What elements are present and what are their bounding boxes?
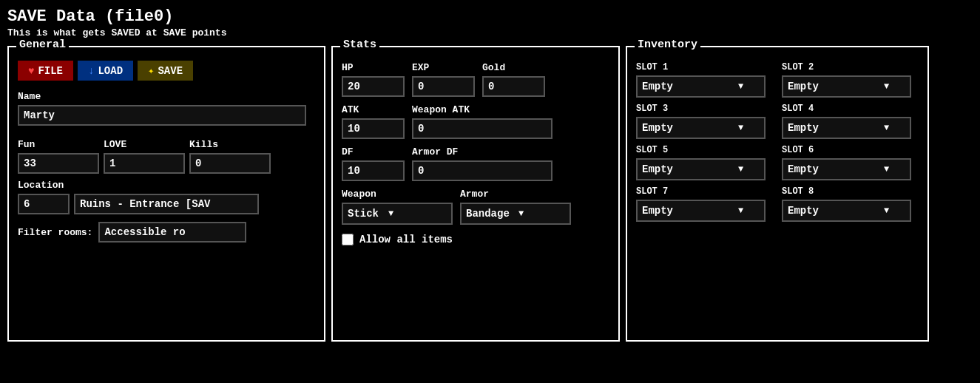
load-button-label: LOAD: [98, 65, 123, 77]
file-button[interactable]: ♥ FILE: [18, 61, 73, 81]
df-label: DF: [342, 146, 405, 157]
inventory-slot-4: SLOT 4Empty▼: [782, 104, 919, 139]
slot-5-label: SLOT 5: [636, 145, 773, 155]
name-input[interactable]: [18, 105, 306, 126]
slot-4-chevron-icon: ▼: [879, 123, 893, 133]
slot-5-chevron-icon: ▼: [734, 164, 748, 174]
armor-df-input[interactable]: [412, 160, 552, 181]
gold-input[interactable]: [482, 76, 545, 97]
slot-2-select[interactable]: Empty: [783, 77, 879, 96]
weapon-select[interactable]: Stick: [343, 204, 384, 223]
slot-1-select[interactable]: Empty: [638, 77, 734, 96]
atk-label: ATK: [342, 104, 405, 115]
inventory-slot-3: SLOT 3Empty▼: [636, 104, 773, 139]
slot-1-label: SLOT 1: [636, 62, 773, 72]
armor-label: Armor: [460, 189, 571, 200]
weapon-atk-input[interactable]: [412, 118, 552, 139]
love-label: LOVE: [104, 139, 185, 150]
weapon-atk-label: Weapon ATK: [412, 104, 609, 115]
armor-chevron-icon: ▼: [514, 209, 528, 219]
slot-1-select-wrap[interactable]: Empty▼: [636, 75, 766, 98]
slot-1-chevron-icon: ▼: [734, 81, 748, 92]
filter-rooms-input[interactable]: [98, 222, 246, 243]
inventory-slot-8: SLOT 8Empty▼: [782, 186, 919, 222]
stats-panel-label: Stats: [340, 38, 379, 51]
slot-6-chevron-icon: ▼: [879, 164, 893, 174]
exp-input[interactable]: [412, 76, 475, 97]
weapon-select-wrap[interactable]: Stick ▼: [342, 203, 453, 225]
page-title: SAVE Data (file0): [7, 7, 973, 26]
slot-3-select[interactable]: Empty: [638, 118, 734, 138]
armor-df-label: Armor DF: [412, 146, 609, 157]
heart-icon: ♥: [28, 65, 34, 77]
slot-8-label: SLOT 8: [782, 186, 919, 197]
slot-7-select-wrap[interactable]: Empty▼: [636, 200, 766, 222]
slot-8-chevron-icon: ▼: [879, 206, 893, 216]
hp-label: HP: [342, 62, 405, 73]
slot-3-label: SLOT 3: [636, 104, 773, 114]
slot-4-select[interactable]: Empty: [783, 118, 879, 138]
slot-7-label: SLOT 7: [636, 186, 773, 197]
kills-label: Kills: [189, 139, 271, 150]
load-button[interactable]: ↓ LOAD: [78, 61, 133, 81]
armor-select-wrap[interactable]: Bandage ▼: [460, 203, 571, 225]
inventory-slot-5: SLOT 5Empty▼: [636, 145, 773, 180]
allow-all-items-label: Allow all items: [359, 234, 453, 245]
fun-input[interactable]: [18, 153, 99, 174]
df-input[interactable]: [342, 160, 405, 181]
slot-3-chevron-icon: ▼: [734, 123, 748, 133]
name-label: Name: [18, 91, 315, 102]
stats-panel: Stats HP EXP Gold ATK Weapon ATK: [331, 46, 620, 342]
file-button-label: FILE: [38, 65, 63, 77]
general-panel-label: General: [16, 38, 69, 51]
weapon-chevron-icon: ▼: [384, 209, 398, 219]
slot-4-label: SLOT 4: [782, 104, 919, 114]
exp-label: EXP: [412, 62, 475, 73]
inventory-slot-2: SLOT 2Empty▼: [782, 62, 919, 98]
location-label: Location: [18, 180, 315, 191]
slot-4-select-wrap[interactable]: Empty▼: [782, 117, 911, 139]
inventory-panel-label: Inventory: [635, 38, 700, 51]
gold-label: Gold: [482, 62, 545, 73]
weapon-label: Weapon: [342, 189, 453, 200]
save-icon: ✦: [148, 64, 154, 77]
slot-5-select[interactable]: Empty: [638, 160, 734, 179]
slot-8-select[interactable]: Empty: [783, 201, 879, 220]
inventory-slot-7: SLOT 7Empty▼: [636, 186, 773, 222]
love-input[interactable]: [104, 153, 185, 174]
location-name-input[interactable]: [74, 194, 259, 214]
atk-input[interactable]: [342, 118, 405, 139]
slot-6-label: SLOT 6: [782, 145, 919, 155]
slot-6-select[interactable]: Empty: [783, 160, 879, 179]
filter-label: Filter rooms:: [18, 227, 92, 238]
save-button[interactable]: ✦ SAVE: [138, 61, 193, 81]
location-num-input[interactable]: [18, 194, 70, 214]
slot-2-select-wrap[interactable]: Empty▼: [782, 75, 911, 98]
page-subtitle: This is what gets SAVED at SAVE points: [7, 27, 973, 38]
inventory-slot-1: SLOT 1Empty▼: [636, 62, 773, 98]
kills-input[interactable]: [189, 153, 271, 174]
save-button-label: SAVE: [158, 65, 183, 77]
slot-7-chevron-icon: ▼: [734, 206, 748, 216]
general-panel: General ♥ FILE ↓ LOAD ✦ SAVE Name Fun: [7, 46, 325, 342]
slot-2-label: SLOT 2: [782, 62, 919, 72]
slot-7-select[interactable]: Empty: [638, 201, 734, 220]
inventory-panel: Inventory SLOT 1Empty▼SLOT 2Empty▼SLOT 3…: [626, 46, 929, 342]
fun-label: Fun: [18, 139, 99, 150]
slot-6-select-wrap[interactable]: Empty▼: [782, 158, 911, 180]
allow-all-items-checkbox[interactable]: [342, 234, 354, 245]
slot-2-chevron-icon: ▼: [879, 81, 893, 92]
hp-input[interactable]: [342, 76, 405, 97]
slot-5-select-wrap[interactable]: Empty▼: [636, 158, 766, 180]
armor-select[interactable]: Bandage: [462, 204, 514, 223]
slot-3-select-wrap[interactable]: Empty▼: [636, 117, 766, 139]
slot-8-select-wrap[interactable]: Empty▼: [782, 200, 911, 222]
inventory-slot-6: SLOT 6Empty▼: [782, 145, 919, 180]
load-icon: ↓: [88, 65, 94, 77]
